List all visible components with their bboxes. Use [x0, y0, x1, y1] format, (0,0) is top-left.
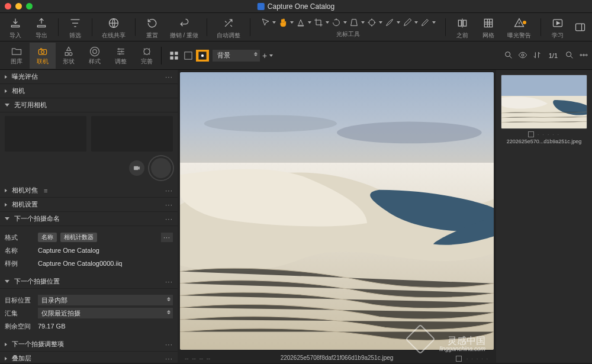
name-label: 名称: [5, 246, 34, 255]
section-next-capture-adjust[interactable]: 下一个拍摄调整项 ···: [0, 337, 178, 352]
section-next-capture-location[interactable]: 下一个拍摄位置 ···: [0, 275, 178, 289]
hand-tool[interactable]: [278, 16, 294, 29]
cursor-tools-label: 光标工具: [336, 30, 360, 38]
grid-button[interactable]: 网格: [477, 15, 500, 40]
reset-button[interactable]: 重置: [140, 15, 164, 40]
import-icon: [9, 17, 21, 30]
panel-toggle-button[interactable]: [572, 19, 588, 36]
thumb-pick-checkbox[interactable]: [528, 131, 534, 137]
section-menu-icon[interactable]: ···: [165, 201, 173, 209]
annotate-tool[interactable]: [420, 16, 436, 29]
spot-tool[interactable]: [367, 16, 382, 29]
search-browser-button[interactable]: [504, 50, 513, 61]
collect-label: 汇集: [5, 309, 34, 318]
browser-menu-button[interactable]: [579, 50, 588, 61]
section-menu-icon[interactable]: ···: [165, 215, 173, 223]
format-more-button[interactable]: ···: [161, 233, 173, 242]
section-exposure-eval[interactable]: 曝光评估 ···: [0, 70, 178, 84]
svg-point-1: [369, 20, 374, 25]
svg-rect-3: [576, 24, 585, 31]
section-next-capture-naming[interactable]: 下一个拍摄命名 ···: [0, 212, 178, 226]
tool-tab-shape[interactable]: 形状: [56, 43, 82, 69]
token-counter[interactable]: 相机计数器: [60, 233, 97, 242]
viewer-footer-right: · · · · ·: [456, 356, 489, 362]
add-variant-button[interactable]: +: [262, 51, 273, 60]
grid-icon: [482, 17, 494, 30]
import-button[interactable]: 导入: [4, 15, 27, 40]
view-proof-button[interactable]: [196, 50, 209, 62]
image-placeholder: [180, 72, 494, 350]
pointer-tool[interactable]: [260, 16, 276, 29]
share-icon: [108, 17, 120, 30]
background-select[interactable]: 背景: [213, 50, 260, 62]
browser-header-controls: 1/1: [504, 50, 588, 61]
view-single-button[interactable]: [182, 50, 195, 62]
before-after-button[interactable]: 之前: [451, 15, 474, 40]
live-view-button[interactable]: [129, 160, 144, 176]
tool-tab-style[interactable]: 样式: [82, 43, 108, 69]
brush-tool[interactable]: [385, 16, 400, 29]
exposure-warning-button[interactable]: 曝光警告: [503, 15, 536, 40]
section-menu-icon[interactable]: ···: [165, 73, 173, 81]
section-camera[interactable]: 相机: [0, 84, 178, 98]
sort-button[interactable]: [532, 50, 542, 61]
view-grid-button[interactable]: [168, 50, 181, 62]
main-toolbar: 导入 导出 筛选 在线共享 重置 撤销 / 重做 自动调整: [0, 13, 592, 41]
token-name[interactable]: 名称: [38, 233, 57, 242]
left-sidebar: 曝光评估 ··· 相机 无可用相机 相机对焦 ≡ ··· 相机设置 ···: [0, 70, 178, 363]
tool-tab-enhance[interactable]: 完善: [134, 43, 160, 69]
export-button[interactable]: 导出: [30, 15, 53, 40]
svg-point-25: [204, 115, 337, 132]
fill-tool[interactable]: [296, 16, 311, 29]
tool-tab-adjust[interactable]: 调整: [108, 43, 134, 69]
learn-button[interactable]: 学习: [546, 15, 570, 40]
dest-select[interactable]: 目录内部: [38, 295, 173, 305]
close-window-button[interactable]: [5, 3, 11, 9]
export-icon: [36, 17, 47, 30]
tool-tab-tether[interactable]: 联机: [30, 43, 56, 69]
zoom-browser-button[interactable]: [565, 50, 574, 61]
svg-point-19: [580, 54, 582, 56]
tool-tab-library[interactable]: 图库: [4, 43, 30, 69]
rotate-tool[interactable]: [332, 16, 347, 29]
camera-histogram-box: [91, 116, 173, 152]
thumbnail[interactable]: [501, 75, 587, 129]
pick-checkbox[interactable]: [456, 356, 462, 362]
collect-select[interactable]: 仅限最近拍摄: [38, 308, 173, 318]
capture-shutter-button[interactable]: [149, 156, 173, 180]
name-value[interactable]: Capture One Catalog: [38, 247, 99, 254]
tool-tabs-row: 图库 联机 形状 样式 调整 完善 背景 + 1/1: [0, 41, 592, 70]
rating-display[interactable]: · · · · ·: [466, 356, 489, 362]
section-overlay[interactable]: 叠加层 ···: [0, 352, 178, 363]
eyedropper-tool[interactable]: [403, 16, 418, 29]
minimize-window-button[interactable]: [15, 3, 22, 9]
thumb-file-name: 2202625e570...d1b9a251c.jpeg: [501, 138, 587, 144]
svg-point-21: [585, 54, 587, 56]
section-no-camera[interactable]: 无可用相机: [0, 98, 178, 112]
window-controls: [5, 3, 33, 9]
crop-tool[interactable]: [314, 16, 329, 29]
keystone-tool[interactable]: [349, 16, 365, 29]
section-camera-settings[interactable]: 相机设置 ···: [0, 198, 178, 212]
section-menu-icon[interactable]: ···: [165, 340, 173, 349]
maximize-window-button[interactable]: [26, 3, 33, 9]
section-menu-icon[interactable]: ···: [165, 355, 173, 363]
image-canvas-container[interactable]: [180, 72, 494, 350]
chevron-down-icon: [272, 21, 276, 24]
viewer-footer: -- -- -- -- 2202625e5708f8daf21f066d1b9a…: [178, 352, 496, 363]
filter-button[interactable]: 筛选: [63, 15, 87, 40]
section-menu-icon[interactable]: ···: [165, 186, 173, 195]
svg-rect-13: [185, 51, 192, 59]
format-label: 格式: [5, 233, 34, 242]
auto-adjust-button[interactable]: 自动调整: [212, 15, 245, 40]
window-title-text: Capture One Catalog: [268, 2, 334, 11]
pin-icon[interactable]: ≡: [44, 187, 47, 194]
undo-redo-button[interactable]: 撤销 / 重做: [166, 15, 202, 40]
share-button[interactable]: 在线共享: [97, 15, 130, 40]
image-count: 1/1: [546, 52, 560, 59]
section-menu-icon[interactable]: ···: [165, 278, 173, 286]
thumb-rating[interactable]: · · · · ·: [538, 132, 560, 137]
svg-point-16: [505, 51, 510, 56]
section-camera-focus[interactable]: 相机对焦 ≡ ···: [0, 183, 178, 198]
visibility-toggle-button[interactable]: [518, 50, 527, 61]
